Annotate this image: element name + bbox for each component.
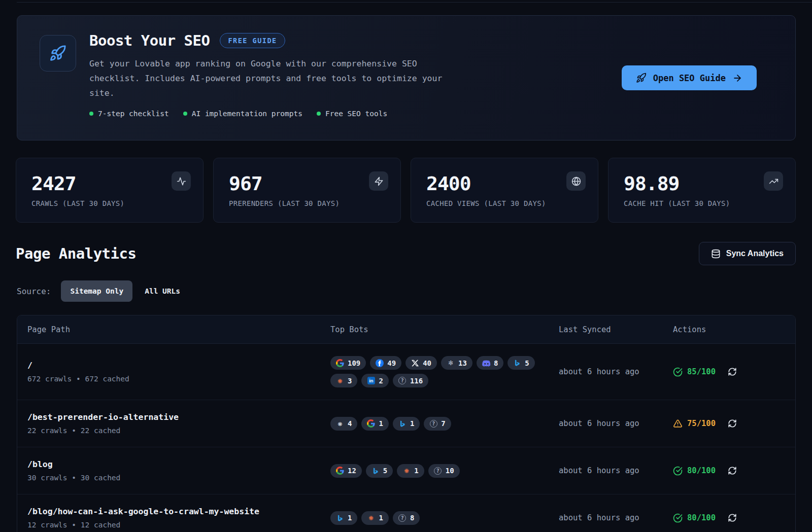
feature-item: 7-step checklist (89, 110, 169, 118)
google-bot-icon (336, 467, 344, 475)
green-dot-icon (183, 112, 187, 116)
seo-score: 75/100 (673, 419, 716, 429)
check-circle-icon (673, 367, 683, 377)
bot-count: 109 (348, 359, 360, 367)
seo-score-value: 80/100 (687, 513, 716, 522)
bot-count-badge: ?8 (393, 511, 420, 525)
refresh-button[interactable] (728, 419, 737, 428)
openai-bot-icon: ✻ (447, 359, 455, 367)
bot-count: 1 (348, 514, 352, 522)
stat-card: 98.89CACHE HIT (LAST 30 DAYS) (608, 158, 796, 223)
anthropic-bot-icon: ✺ (367, 514, 375, 522)
table-row: /672 crawls • 672 cached1094940✻1385✺3in… (17, 344, 795, 400)
bot-count-badge: ?10 (428, 464, 460, 478)
stat-value: 98.89 (624, 172, 782, 195)
check-circle-icon (673, 466, 683, 476)
bot-count: 1 (414, 467, 418, 475)
seo-banner: Boost Your SEO FREE GUIDE Get your Lovab… (17, 15, 796, 140)
stat-label: CACHED VIEWS (LAST 30 DAYS) (426, 199, 585, 207)
anthropic-bot-icon: ✺ (336, 377, 344, 385)
top-bots-cell: 1✺1?8 (330, 511, 549, 525)
bot-count: 1 (410, 419, 414, 428)
page-crawl-meta: 672 crawls • 672 cached (27, 375, 330, 383)
last-synced: about 6 hours ago (559, 466, 673, 475)
check-circle-icon (673, 513, 683, 523)
refresh-icon (728, 419, 737, 428)
bot-count: 1 (379, 514, 383, 522)
bing-bot-icon (336, 514, 344, 522)
bot-count: 7 (441, 419, 445, 428)
openai-white-bot-icon: ❋ (336, 419, 344, 428)
seo-score-value: 80/100 (687, 466, 716, 475)
discord-bot-icon (482, 359, 490, 367)
bot-count-badge: 1 (330, 511, 357, 525)
open-seo-guide-button[interactable]: Open SEO Guide (622, 65, 757, 90)
bot-count-badge: in2 (361, 374, 388, 387)
source-label: Source: (17, 287, 51, 296)
table-row: /blog30 crawls • 30 cached125✺1?10about … (17, 447, 795, 494)
refresh-button[interactable] (728, 367, 737, 376)
stat-card: 967PRERENDERS (LAST 30 DAYS) (213, 158, 401, 223)
sync-analytics-button[interactable]: Sync Analytics (699, 242, 796, 265)
page-crawl-meta: 22 crawls • 22 cached (27, 427, 330, 435)
page-path-cell: /best-prerender-io-alternative22 crawls … (27, 412, 330, 435)
page-crawl-meta: 30 crawls • 30 cached (27, 474, 330, 482)
column-header-page-path: Page Path (27, 325, 330, 334)
banner-description: Get your Lovable app ranking on Google w… (89, 56, 460, 100)
bot-count: 116 (410, 377, 423, 385)
refresh-button[interactable] (728, 513, 737, 522)
column-header-top-bots: Top Bots (330, 325, 559, 334)
bot-count-badge: 109 (330, 356, 366, 370)
stat-value: 2400 (426, 172, 585, 195)
open-seo-guide-label: Open SEO Guide (653, 73, 726, 83)
seo-score: 80/100 (673, 513, 716, 523)
green-dot-icon (317, 112, 321, 116)
x-bot-icon (411, 359, 419, 367)
top-bots-cell: 125✺1?10 (330, 464, 549, 478)
unknown-bot-icon: ? (429, 419, 437, 428)
bot-count-badge: ✺1 (361, 511, 388, 525)
last-synced: about 6 hours ago (559, 367, 673, 376)
banner-title: Boost Your SEO (89, 32, 210, 49)
feature-item: AI implementation prompts (183, 110, 302, 118)
source-option-all-urls[interactable]: All URLs (143, 280, 182, 302)
page-crawl-meta: 12 crawls • 12 cached (27, 521, 330, 529)
bot-count: 4 (348, 419, 352, 428)
globe-icon (566, 171, 586, 191)
refresh-button[interactable] (728, 466, 737, 475)
table-body: /672 crawls • 672 cached1094940✻1385✺3in… (17, 344, 795, 532)
bot-count-badge: 5 (507, 356, 534, 370)
free-guide-badge: FREE GUIDE (220, 33, 285, 48)
bot-count: 1 (379, 419, 383, 428)
bot-count: 5 (525, 359, 529, 367)
activity-icon (172, 171, 191, 191)
feature-item: Free SEO tools (317, 110, 387, 118)
refresh-icon (728, 466, 737, 475)
bot-count: 13 (458, 359, 467, 367)
feature-label: 7-step checklist (98, 110, 169, 118)
page-path-cell: /blog30 crawls • 30 cached (27, 459, 330, 482)
bot-count-badge: ?7 (424, 417, 451, 431)
bot-count: 40 (423, 359, 431, 367)
bot-count-badge: ✻13 (441, 356, 472, 370)
top-divider (17, 2, 812, 3)
rocket-icon (636, 73, 647, 83)
table-header-row: Page Path Top Bots Last Synced Actions (17, 315, 795, 344)
refresh-icon (728, 513, 737, 522)
stat-card: 2427CRAWLS (LAST 30 DAYS) (16, 158, 204, 223)
google-bot-icon (336, 359, 344, 367)
top-bots-cell: ❋411?7 (330, 417, 549, 431)
page-path: / (27, 361, 330, 370)
bot-count-badge: 5 (366, 464, 393, 478)
seo-score-value: 85/100 (687, 367, 716, 376)
sync-analytics-label: Sync Analytics (726, 249, 784, 258)
refresh-icon (728, 367, 737, 376)
source-option-sitemap-only[interactable]: Sitemap Only (61, 280, 132, 302)
stat-card: 2400CACHED VIEWS (LAST 30 DAYS) (411, 158, 598, 223)
arrow-right-icon (732, 73, 742, 83)
linkedin-bot-icon: in (367, 377, 375, 385)
stat-cards: 2427CRAWLS (LAST 30 DAYS)967PRERENDERS (… (16, 158, 796, 223)
bot-count: 49 (387, 359, 396, 367)
zap-icon (369, 171, 388, 191)
unknown-bot-icon: ? (398, 377, 407, 385)
